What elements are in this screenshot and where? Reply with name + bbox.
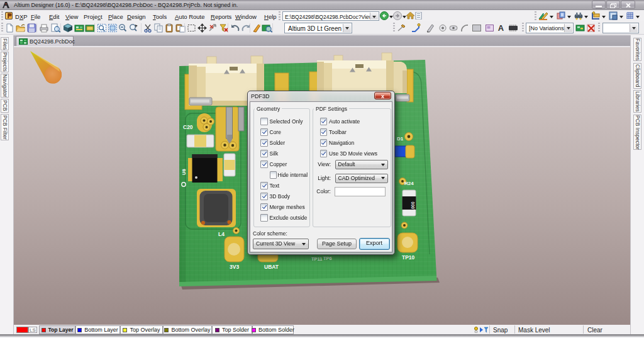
svg-text:C20: C20 bbox=[183, 124, 193, 130]
svg-text:TP10: TP10 bbox=[402, 254, 415, 261]
svg-text:1000: 1000 bbox=[411, 201, 415, 211]
svg-text:UBAT: UBAT bbox=[264, 264, 279, 270]
svg-text:TP6: TP6 bbox=[323, 256, 332, 261]
svg-text:U8: U8 bbox=[181, 169, 187, 175]
svg-text:D1: D1 bbox=[397, 136, 404, 142]
svg-text:TP11: TP11 bbox=[311, 256, 323, 262]
svg-text:3V3: 3V3 bbox=[230, 264, 239, 270]
svg-text:L4: L4 bbox=[218, 231, 225, 237]
svg-text:R24: R24 bbox=[404, 181, 414, 186]
